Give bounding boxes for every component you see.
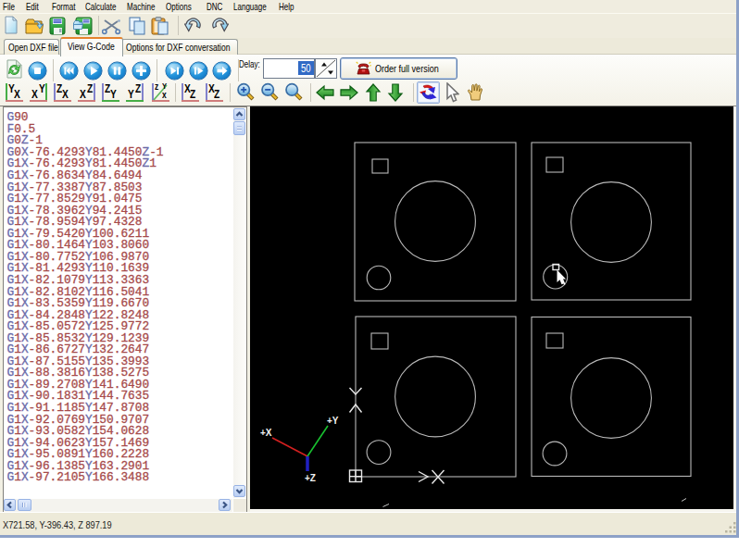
svg-text:+X: +X (260, 428, 272, 438)
svg-text:+Z: +Z (305, 473, 316, 483)
svg-text:+Y: +Y (327, 416, 339, 426)
